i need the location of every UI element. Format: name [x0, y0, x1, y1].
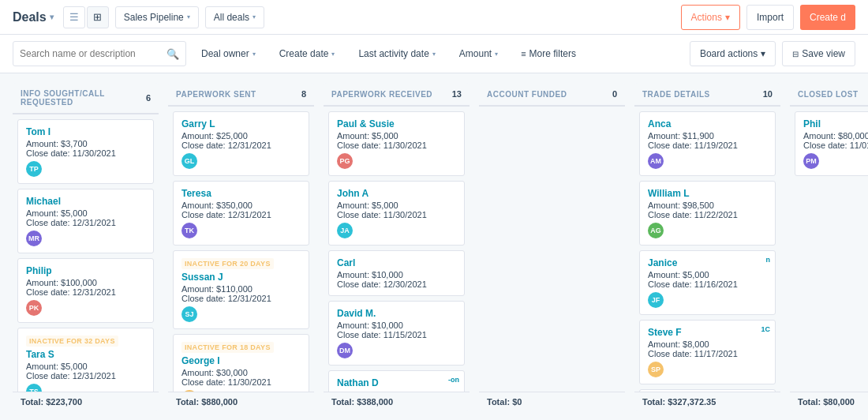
last-activity-label: Last activity date [358, 48, 428, 59]
deal-card[interactable]: William LAmount: $98,500Close date: 11/2… [639, 181, 776, 246]
card-close-date: Close date: 11/22/2021 [648, 210, 767, 219]
deal-card[interactable]: -KathleenAmount: $7,000Close date: 11/17… [639, 389, 776, 392]
card-close-date: Close date: 11/15/2021 [337, 330, 456, 339]
card-tag: -on [448, 376, 459, 384]
create-date-label: Create date [279, 48, 329, 59]
deal-card[interactable]: AncaAmount: $11,900Close date: 11/19/202… [639, 111, 776, 176]
deal-card[interactable]: INACTIVE FOR 32 DAYSTara SAmount: $5,000… [17, 328, 154, 392]
deal-card[interactable]: TeresaAmount: $350,000Close date: 12/31/… [173, 181, 309, 246]
create-date-filter[interactable]: Create date ▾ [271, 41, 344, 66]
search-input[interactable] [20, 48, 166, 59]
deal-card[interactable]: INACTIVE FOR 20 DAYSSussan JAmount: $110… [173, 250, 309, 329]
card-amount: Amount: $30,000 [181, 368, 301, 377]
card-avatar: TP [26, 161, 42, 177]
filter-label: All deals [214, 12, 249, 23]
card-close-date: Close date: 12/31/2021 [181, 294, 301, 303]
col-body-paperwork-received: Paul & SusieAmount: $5,000Close date: 11… [324, 107, 470, 392]
last-activity-filter[interactable]: Last activity date ▾ [350, 41, 443, 66]
board-actions-caret: ▾ [761, 48, 765, 59]
card-close-date: Close date: 11/01/2021 [803, 141, 868, 150]
card-amount: Amount: $100,000 [26, 278, 145, 287]
card-name: Michael [26, 196, 145, 207]
deal-card[interactable]: 1CSteve FAmount: $8,000Close date: 11/17… [639, 320, 776, 384]
card-amount: Amount: $350,000 [181, 201, 301, 210]
card-name: Anca [648, 118, 767, 129]
card-amount: Amount: $8,000 [648, 339, 767, 349]
board-actions-button[interactable]: Board actions ▾ [690, 41, 776, 66]
filter-bar: 🔍 Deal owner ▾ Create date ▾ Last activi… [0, 35, 868, 73]
deal-card[interactable]: PhilAmount: $80,000Close date: 11/01/202… [795, 111, 868, 176]
col-title: PAPERWORK RECEIVED [331, 90, 432, 99]
deal-card[interactable]: Paul & SusieAmount: $5,000Close date: 11… [328, 111, 465, 176]
deals-dropdown-icon[interactable]: ▾ [50, 13, 54, 21]
card-avatar: SJ [181, 306, 197, 322]
col-footer: Total: $880,000 [168, 392, 314, 411]
deal-card[interactable]: PhilipAmount: $100,000Close date: 12/31/… [17, 258, 154, 323]
inactive-badge: INACTIVE FOR 18 DAYS [181, 342, 274, 353]
deal-card[interactable]: nJaniceAmount: $5,000Close date: 11/16/2… [639, 250, 776, 315]
card-amount: Amount: $40,000 [337, 390, 456, 392]
save-view-button[interactable]: ⊟ Save view [782, 41, 855, 66]
col-header-closed-lost: CLOSED LOST 1 [790, 83, 868, 107]
deal-card[interactable]: John AAmount: $5,000Close date: 11/30/20… [328, 181, 465, 246]
actions-button[interactable]: Actions ▾ [681, 5, 740, 30]
search-icon: 🔍 [166, 48, 179, 60]
deal-card[interactable]: Tom IAmount: $3,700Close date: 11/30/202… [17, 119, 154, 184]
card-avatar: JA [337, 223, 353, 238]
col-header-account-funded: ACCOUNT FUNDED 0 [479, 83, 625, 107]
create-button[interactable]: Create d [800, 5, 855, 30]
card-avatar: GF [181, 390, 197, 392]
card-name: Steve F [648, 327, 767, 338]
search-wrap: 🔍 [13, 41, 186, 66]
col-title: CLOSED LOST [798, 90, 859, 99]
col-header-trade-details: TRADE DETAILS 10 [634, 83, 780, 107]
col-footer: Total: $388,000 [324, 392, 470, 411]
grid-view-button[interactable]: ⊞ [87, 6, 109, 28]
list-view-button[interactable]: ☰ [63, 6, 85, 28]
deal-card[interactable]: -onNathan DAmount: $40,000Close date: 12… [328, 370, 465, 392]
col-count: 13 [452, 89, 462, 99]
deal-card[interactable]: David M.Amount: $10,000Close date: 11/15… [328, 301, 465, 366]
card-close-date: Close date: 12/31/2021 [26, 287, 145, 297]
filter-dropdown[interactable]: All deals ▾ [205, 6, 264, 28]
card-avatar: JF [648, 292, 664, 308]
card-close-date: Close date: 11/16/2021 [648, 279, 767, 289]
card-avatar: GL [181, 153, 197, 169]
deal-card[interactable]: MichaelAmount: $5,000Close date: 12/31/2… [17, 189, 154, 253]
card-avatar: PG [337, 153, 353, 169]
deal-owner-filter[interactable]: Deal owner ▾ [193, 41, 264, 66]
deal-card[interactable]: INACTIVE FOR 18 DAYSGeorge IAmount: $30,… [173, 334, 309, 392]
col-footer: Total: $0 [479, 392, 625, 411]
card-avatar: TS [26, 384, 42, 392]
card-amount: Amount: $5,000 [648, 270, 767, 279]
amount-label: Amount [459, 48, 492, 59]
card-name: William L [648, 188, 767, 199]
column-paperwork-sent: PAPERWORK SENT 8 Garry LAmount: $25,000C… [168, 83, 314, 411]
col-header-info-sought: INFO SOUGHT/CALL REQUESTED 6 [13, 83, 159, 114]
more-filters-button[interactable]: ≡ More filters [513, 41, 584, 66]
deal-card[interactable]: CarlAmount: $10,000Close date: 12/30/202… [328, 250, 465, 296]
card-name: Philip [26, 265, 145, 276]
pipeline-dropdown[interactable]: Sales Pipeline ▾ [115, 6, 199, 28]
card-name: Sussan J [181, 272, 301, 283]
card-close-date: Close date: 11/30/2021 [337, 210, 456, 219]
amount-filter[interactable]: Amount ▾ [451, 41, 507, 66]
col-footer: Total: $223,700 [13, 392, 159, 411]
col-title: PAPERWORK SENT [176, 90, 256, 99]
card-tag: 1C [761, 325, 770, 333]
deal-card[interactable]: Garry LAmount: $25,000Close date: 12/31/… [173, 111, 309, 176]
column-account-funded: ACCOUNT FUNDED 0 Total: $0 [479, 83, 625, 411]
card-name: Janice [648, 257, 767, 268]
card-amount: Amount: $10,000 [337, 321, 456, 330]
card-close-date: Close date: 12/30/2021 [337, 279, 456, 289]
card-close-date: Close date: 12/31/2021 [26, 371, 145, 381]
deal-owner-caret: ▾ [253, 51, 256, 58]
col-header-paperwork-sent: PAPERWORK SENT 8 [168, 83, 314, 107]
card-close-date: Close date: 12/31/2021 [181, 141, 301, 150]
kanban-board: INFO SOUGHT/CALL REQUESTED 6 Tom IAmount… [0, 73, 868, 420]
card-name: John A [337, 188, 456, 199]
top-bar: Deals ▾ ☰ ⊞ Sales Pipeline ▾ All deals ▾… [0, 0, 868, 35]
import-button[interactable]: Import [746, 5, 794, 30]
card-close-date: Close date: 11/30/2021 [337, 141, 456, 150]
card-avatar: PK [26, 300, 42, 316]
